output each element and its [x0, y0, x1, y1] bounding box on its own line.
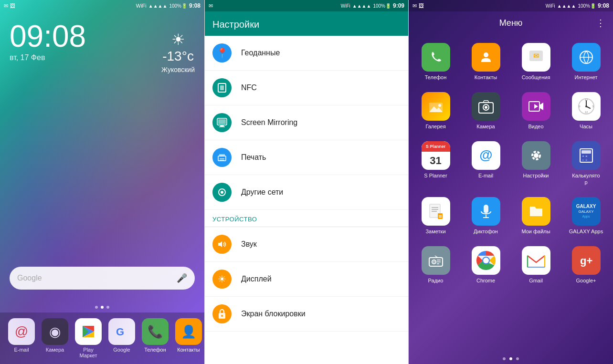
radio-app-icon — [422, 246, 450, 275]
app-gallery[interactable]: Галерея — [412, 88, 459, 134]
home-weather-widget: ☀ -13°c Жуковский — [161, 31, 195, 73]
clock-app-icon: 12 12 3 9 — [572, 92, 601, 121]
menu-status-right: WiFi ▲▲▲▲ 100%🔋 9:08 — [546, 2, 609, 9]
settings-item-print[interactable]: Печать — [205, 140, 408, 175]
video-app-icon — [522, 92, 550, 121]
nfc-icon — [212, 78, 232, 97]
app-voice[interactable]: Диктофон — [463, 193, 509, 239]
play-dock-icon — [75, 318, 102, 345]
app-calc[interactable]: + × − ÷ Калькулятор — [563, 137, 609, 189]
settings-item-mirroring[interactable]: Screen Mirroring — [205, 105, 408, 140]
search-placeholder: Google — [17, 274, 177, 282]
svg-marker-33 — [534, 104, 538, 109]
home-battery-icon: 100%🔋 — [169, 3, 187, 9]
settings-status-left: ✉ — [209, 3, 213, 9]
svg-point-37 — [585, 105, 587, 107]
sound-label: Звук — [241, 240, 257, 249]
menu-more-button[interactable]: ⋮ — [596, 17, 605, 29]
svg-point-17 — [221, 191, 223, 194]
settings-notif-icon: ✉ — [209, 3, 213, 9]
settings-item-othernets[interactable]: Другие сети — [205, 175, 408, 210]
menu-dot-3 — [516, 357, 519, 360]
svg-text:g+: g+ — [580, 255, 592, 267]
nfc-label: NFC — [241, 83, 257, 92]
home-panel: ✉ 🖼 WiFi ▲▲▲▲ 100%🔋 9:08 09:08 вт, 17 Фе… — [0, 0, 204, 364]
settings-list: 📍 Геоданные NFC — [205, 36, 408, 364]
google-search-bar[interactable]: Google 🎤 — [10, 267, 195, 290]
app-sms[interactable]: ✉ Сообщения — [513, 39, 559, 84]
app-files[interactable]: Мои файлы — [513, 193, 559, 239]
notes-app-label: Заметки — [425, 229, 445, 235]
settings-item-sound[interactable]: Звук — [205, 227, 408, 262]
gallery-app-icon — [422, 92, 450, 121]
dock-contacts[interactable]: 👤 Контакты — [172, 318, 204, 353]
svg-text:@: @ — [479, 147, 492, 162]
radio-app-label: Радио — [428, 278, 444, 284]
dock-camera[interactable]: ◉ Камера — [38, 318, 72, 353]
dock-play-label: PlayМаркет — [79, 347, 97, 358]
mic-icon[interactable]: 🎤 — [177, 273, 187, 283]
svg-text:G: G — [116, 326, 124, 338]
app-email[interactable]: @ E-mail — [463, 137, 509, 189]
phone-app-label: Телефон — [425, 74, 447, 81]
app-camera[interactable]: Камера — [463, 88, 509, 134]
menu-signal-icon: ▲▲▲▲ — [557, 3, 576, 9]
app-gmail[interactable]: Gmail — [513, 242, 559, 288]
contacts-dock-icon: 👤 — [175, 318, 202, 345]
display-icon: ☀ — [212, 270, 232, 289]
menu-header: Меню ⋮ — [409, 11, 613, 34]
othernets-icon — [212, 183, 232, 202]
svg-rect-14 — [220, 158, 224, 159]
calc-app-label: Калькулятор — [572, 173, 600, 185]
geodata-label: Геоданные — [241, 49, 280, 57]
gplus-app-label: Google+ — [576, 278, 596, 284]
chrome-app-label: Chrome — [476, 278, 495, 284]
dock-email[interactable]: @ E-mail — [5, 318, 38, 353]
app-radio[interactable]: Радио — [412, 242, 459, 288]
splanner-app-label: S Planner — [424, 173, 447, 179]
svg-text:− ÷: − ÷ — [582, 158, 588, 162]
home-status-right: WiFi ▲▲▲▲ 100%🔋 9:08 — [136, 2, 201, 9]
app-splanner[interactable]: S Planner 31 S Planner — [412, 137, 459, 189]
settings-status-right: WiFi ▲▲▲▲ 100%🔋 9:09 — [341, 2, 404, 9]
dot-3 — [106, 306, 109, 309]
app-notes[interactable]: Заметки — [412, 193, 459, 239]
app-gplus[interactable]: g+ Google+ — [563, 242, 609, 288]
settings-item-display[interactable]: ☀ Дисплей — [205, 262, 408, 297]
phone-dock-icon: 📞 — [142, 318, 169, 345]
settings-item-nfc[interactable]: NFC — [205, 71, 408, 105]
app-browser[interactable]: Интернет — [563, 39, 609, 84]
app-phone[interactable]: Телефон — [412, 39, 459, 84]
svg-rect-13 — [219, 154, 225, 156]
menu-status-bar: ✉ 🖼 WiFi ▲▲▲▲ 100%🔋 9:08 — [409, 0, 613, 11]
menu-wifi-icon: WiFi — [546, 3, 555, 9]
voice-app-label: Диктофон — [474, 229, 498, 235]
dock-camera-label: Камера — [46, 347, 64, 353]
svg-text:G: G — [116, 326, 124, 338]
app-contacts[interactable]: Контакты — [463, 39, 509, 84]
othernets-label: Другие сети — [241, 188, 283, 197]
dock-play[interactable]: PlayМаркет — [72, 318, 105, 358]
dock-google[interactable]: G G Google — [105, 318, 138, 353]
app-video[interactable]: Видео — [513, 88, 559, 134]
contacts-app-icon — [472, 43, 500, 72]
gplus-app-icon: g+ — [572, 246, 601, 275]
svg-rect-7 — [220, 85, 224, 90]
settings-wifi-icon: WiFi — [341, 3, 350, 9]
menu-dot-2 — [509, 357, 512, 360]
settings-item-lockscreen[interactable]: Экран блокировки — [205, 297, 408, 332]
browser-app-icon — [572, 43, 601, 72]
app-chrome[interactable]: Chrome — [463, 242, 509, 288]
app-galaxy[interactable]: GALAXY GALAXY Apps GALAXY Apps — [563, 193, 609, 239]
app-settings[interactable]: Настройки — [513, 137, 559, 189]
notes-app-icon — [422, 197, 450, 226]
svg-rect-56 — [484, 205, 488, 213]
menu-notif-icon: ✉ — [412, 3, 417, 9]
dot-1 — [95, 306, 98, 309]
settings-item-geodata[interactable]: 📍 Геоданные — [205, 36, 408, 71]
app-clock[interactable]: 12 12 3 9 Часы — [563, 88, 609, 134]
dock-phone[interactable]: 📞 Телефон — [138, 318, 172, 353]
mirroring-label: Screen Mirroring — [241, 118, 297, 127]
print-icon — [212, 148, 232, 167]
weather-sun-icon: ☀ — [161, 31, 195, 49]
